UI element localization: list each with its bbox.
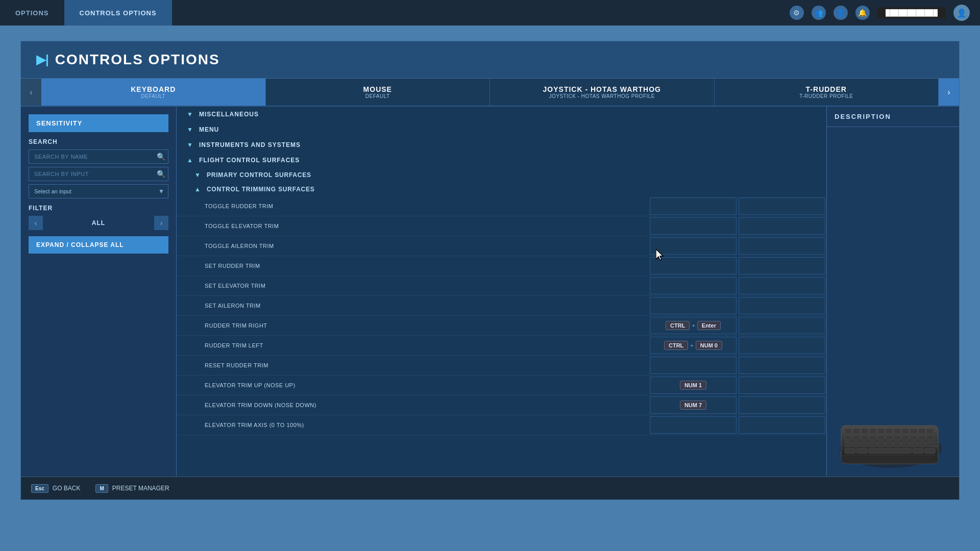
expand-collapse-button[interactable]: EXPAND / COLLAPSE ALL: [29, 236, 168, 254]
tab-nav-left[interactable]: ‹: [21, 79, 41, 106]
svg-rect-2: [845, 429, 852, 434]
binding-name-1: TOGGLE ELEVATOR TRIM: [177, 223, 649, 229]
svg-rect-29: [886, 442, 893, 447]
preset-manager-key: M: [95, 484, 108, 493]
binding-name-11: ELEVATOR TRIM AXIS (0 TO 100%): [177, 422, 649, 428]
binding-key1-4[interactable]: [650, 277, 737, 294]
tab-keyboard-name: KEYBOARD: [131, 85, 176, 93]
binding-name-4: SET ELEVATOR TRIM: [177, 283, 649, 289]
binding-key2-1[interactable]: [739, 217, 825, 235]
go-back-action[interactable]: Esc GO BACK: [31, 484, 80, 493]
binding-key2-6[interactable]: [739, 317, 825, 334]
toggle-icon-miscellaneous: ▼: [187, 111, 193, 118]
content-area: SENSITIVITY SEARCH 🔍 🔍 Select an input ▼: [21, 107, 959, 479]
search-input-field[interactable]: [29, 167, 168, 181]
binding-key1-5[interactable]: [650, 297, 737, 314]
svg-rect-23: [926, 435, 934, 440]
svg-rect-7: [886, 429, 893, 434]
toggle-icon-flight-control: ▲: [187, 157, 193, 164]
svg-rect-17: [877, 435, 885, 440]
binding-name-8: RESET RUDDER TRIM: [177, 362, 649, 368]
preset-manager-action[interactable]: M PRESET MANAGER: [95, 484, 169, 493]
controls-options-tab[interactable]: CONTROLS OPTIONS: [64, 0, 172, 26]
category-miscellaneous[interactable]: ▼ MISCELLANEOUS: [177, 107, 826, 122]
community-icon[interactable]: 👥: [812, 6, 826, 20]
binding-key1-11[interactable]: [650, 416, 737, 434]
svg-rect-13: [845, 435, 852, 440]
category-menu[interactable]: ▼ MENU: [177, 122, 826, 137]
tab-trudder-profile: T-RUDDER PROFILE: [799, 93, 853, 99]
key-ctrl-7: CTRL: [664, 341, 688, 350]
binding-key1-6[interactable]: CTRL + Enter: [650, 317, 737, 334]
key-plus-6: +: [692, 322, 695, 329]
device-tabs: ‹ KEYBOARD DEFAULT MOUSE DEFAULT JOYSTIC…: [21, 79, 959, 107]
binding-key2-10[interactable]: [739, 396, 825, 414]
search-section: SEARCH 🔍 🔍 Select an input ▼: [29, 138, 168, 198]
category-instruments[interactable]: ▼ INSTRUMENTS AND SYSTEMS: [177, 137, 826, 153]
binding-key1-2[interactable]: [650, 237, 737, 255]
binding-key2-7[interactable]: [739, 337, 825, 354]
binding-row-set-aileron-trim: SET AILERON TRIM: [177, 296, 826, 316]
keyboard-image: [837, 410, 949, 471]
page-title: CONTROLS OPTIONS: [55, 52, 220, 68]
filter-next-button[interactable]: ›: [154, 216, 168, 230]
select-input-dropdown[interactable]: Select an input: [29, 184, 168, 198]
page-header: ▶| CONTROLS OPTIONS: [21, 41, 959, 79]
subcategory-trimming[interactable]: ▲ CONTROL TRIMMING SURFACES: [177, 182, 826, 196]
binding-name-5: SET AILERON TRIM: [177, 303, 649, 309]
search-name-icon[interactable]: 🔍: [157, 153, 165, 161]
svg-rect-12: [926, 429, 934, 434]
category-flight-control[interactable]: ▲ FLIGHT CONTROL SURFACES: [177, 153, 826, 168]
tab-joystick-name: JOYSTICK - HOTAS WARTHOG: [543, 85, 661, 93]
binding-key1-10[interactable]: NUM 7: [650, 396, 737, 414]
tab-trudder[interactable]: T-RUDDER T-RUDDER PROFILE: [715, 79, 939, 106]
svg-rect-39: [924, 448, 935, 454]
binding-key2-9[interactable]: [739, 377, 825, 394]
avatar[interactable]: 👤: [953, 5, 970, 21]
binding-key2-4[interactable]: [739, 277, 825, 294]
settings-icon[interactable]: ⚙: [790, 6, 804, 20]
svg-rect-34: [926, 442, 939, 447]
binding-key1-0[interactable]: [650, 197, 737, 215]
svg-rect-20: [902, 435, 909, 440]
binding-key1-3[interactable]: [650, 257, 737, 274]
filter-prev-button[interactable]: ‹: [29, 216, 43, 230]
binding-key1-8[interactable]: [650, 357, 737, 374]
tab-trudder-name: T-RUDDER: [806, 85, 847, 93]
binding-row-elevator-trim-up: ELEVATOR TRIM UP (NOSE UP) NUM 1: [177, 375, 826, 395]
binding-name-3: SET RUDDER TRIM: [177, 263, 649, 269]
key-ctrl-6: CTRL: [666, 321, 690, 330]
search-input-icon[interactable]: 🔍: [157, 170, 165, 178]
tab-mouse[interactable]: MOUSE DEFAULT: [266, 79, 491, 106]
binding-key2-0[interactable]: [739, 197, 825, 215]
binding-key2-2[interactable]: [739, 237, 825, 255]
binding-key2-3[interactable]: [739, 257, 825, 274]
binding-row-elevator-trim-down: ELEVATOR TRIM DOWN (NOSE DOWN) NUM 7: [177, 395, 826, 415]
bindings-area[interactable]: ▼ MISCELLANEOUS ▼ MENU ▼ INSTRUMENTS AND…: [177, 107, 826, 479]
options-label[interactable]: OPTIONS: [0, 9, 64, 17]
sensitivity-button[interactable]: SENSITIVITY: [29, 114, 168, 132]
binding-key1-1[interactable]: [650, 217, 737, 235]
binding-key2-11[interactable]: [739, 416, 825, 434]
subcategory-primary-control[interactable]: ▼ PRIMARY CONTROL SURFACES: [177, 168, 826, 182]
binding-key1-7[interactable]: CTRL + NUM 0: [650, 337, 737, 354]
binding-key2-8[interactable]: [739, 357, 825, 374]
description-content: [827, 127, 959, 479]
key-num0-7: NUM 0: [696, 341, 722, 350]
search-name-input[interactable]: [29, 149, 168, 164]
search-name-wrapper: 🔍: [29, 149, 168, 164]
binding-key2-5[interactable]: [739, 297, 825, 314]
binding-row-rudder-trim-left: RUDDER TRIM LEFT CTRL + NUM 0: [177, 336, 826, 356]
svg-rect-11: [918, 429, 925, 434]
binding-key1-9[interactable]: NUM 1: [650, 377, 737, 394]
binding-row-set-elevator-trim: SET ELEVATOR TRIM: [177, 276, 826, 296]
tab-nav-right[interactable]: ›: [939, 79, 959, 106]
svg-rect-24: [845, 442, 852, 447]
select-input-wrapper: Select an input ▼: [29, 184, 168, 198]
profile-icon[interactable]: 👤: [834, 6, 848, 20]
sensitivity-section: SENSITIVITY: [29, 114, 168, 132]
tab-keyboard[interactable]: KEYBOARD DEFAULT: [41, 79, 266, 106]
notifications-icon[interactable]: 🔔: [855, 6, 870, 20]
tab-joystick[interactable]: JOYSTICK - HOTAS WARTHOG JOYSTICK - HOTA…: [490, 79, 715, 106]
top-bar-icons: ⚙ 👥 👤 🔔 ████████████ 👤: [790, 5, 970, 21]
